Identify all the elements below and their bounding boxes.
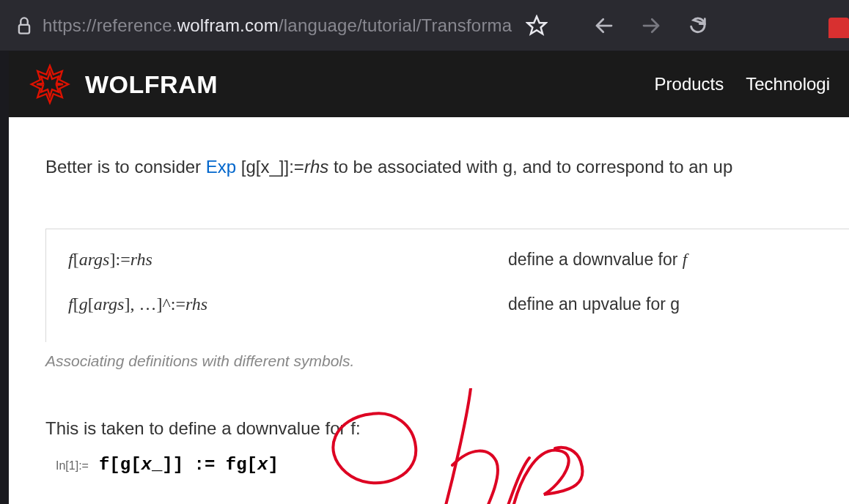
- browser-toolbar: https://reference.wolfram.com/language/t…: [0, 0, 849, 51]
- description-cell: define a downvalue for f: [508, 250, 687, 270]
- svg-marker-3: [37, 72, 63, 97]
- brand[interactable]: WOLFRAM: [28, 62, 218, 106]
- url-bar[interactable]: https://reference.wolfram.com/language/t…: [15, 15, 512, 36]
- table-row: f[args]:=rhs define a downvalue for f: [46, 244, 849, 275]
- syntax-cell: f[args]:=rhs: [68, 250, 508, 270]
- table-row: f[g[args], …]^:=rhs define an upvalue fo…: [46, 289, 849, 320]
- input-cell: In[1]:= f[g[x_]] := fg[x]: [56, 455, 849, 475]
- forward-button[interactable]: [638, 12, 664, 39]
- nav-technologies[interactable]: Technologi: [746, 74, 830, 94]
- nav-products[interactable]: Products: [655, 74, 724, 94]
- lock-icon: [15, 16, 34, 35]
- content-area: Better is to consider Exp [g[x_]]:=rhs t…: [9, 117, 849, 475]
- svg-marker-1: [528, 16, 546, 34]
- page-content: WOLFRAM Products Technologi Better is to…: [9, 51, 849, 504]
- code-text[interactable]: f[g[x_]] := fg[x]: [99, 455, 279, 475]
- bookmark-star-icon[interactable]: [522, 11, 551, 40]
- svg-rect-0: [19, 24, 29, 33]
- table-caption: Associating definitions with different s…: [45, 352, 849, 370]
- sentence: This is taken to define a downvalue for …: [45, 418, 849, 439]
- exp-link[interactable]: Exp: [206, 157, 236, 177]
- site-header: WOLFRAM Products Technologi: [9, 51, 849, 117]
- back-button[interactable]: [591, 12, 617, 39]
- url-text: https://reference.wolfram.com/language/t…: [43, 15, 512, 36]
- wolfram-logo-icon: [28, 62, 72, 106]
- description-cell: define an upvalue for g: [508, 294, 680, 314]
- syntax-cell: f[g[args], …]^:=rhs: [68, 294, 508, 314]
- nav-button-group: [591, 12, 711, 39]
- brand-name: WOLFRAM: [85, 70, 218, 99]
- extension-icon[interactable]: [828, 18, 849, 38]
- reload-button[interactable]: [685, 12, 711, 39]
- in-label: In[1]:=: [56, 459, 89, 472]
- nav-links: Products Technologi: [655, 74, 830, 94]
- intro-paragraph: Better is to consider Exp [g[x_]]:=rhs t…: [45, 154, 849, 180]
- definition-table: f[args]:=rhs define a downvalue for f f[…: [45, 229, 849, 342]
